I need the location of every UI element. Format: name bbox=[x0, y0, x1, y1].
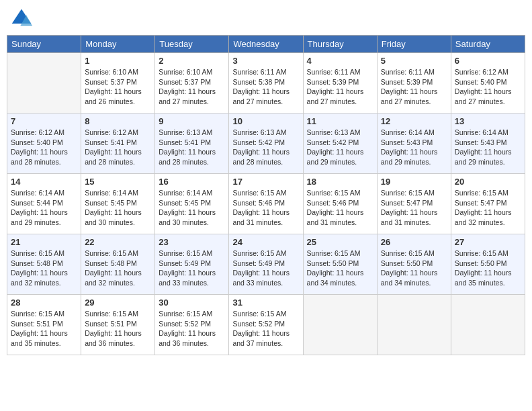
day-info: Sunrise: 6:10 AMSunset: 5:37 PMDaylight:… bbox=[85, 67, 151, 107]
day-info: Sunrise: 6:15 AMSunset: 5:52 PMDaylight:… bbox=[159, 309, 225, 349]
day-number: 17 bbox=[232, 177, 299, 187]
day-number: 5 bbox=[381, 56, 447, 66]
logo-icon bbox=[9, 7, 34, 31]
column-header-wednesday: Wednesday bbox=[229, 36, 303, 53]
day-info: Sunrise: 6:15 AMSunset: 5:46 PMDaylight:… bbox=[307, 188, 373, 228]
calendar-cell: 3Sunrise: 6:11 AMSunset: 5:38 PMDaylight… bbox=[229, 53, 303, 113]
day-info: Sunrise: 6:13 AMSunset: 5:42 PMDaylight:… bbox=[307, 128, 373, 167]
calendar-cell: 9Sunrise: 6:13 AMSunset: 5:41 PMDaylight… bbox=[155, 113, 229, 174]
calendar-cell bbox=[7, 53, 81, 113]
calendar-cell: 16Sunrise: 6:14 AMSunset: 5:45 PMDayligh… bbox=[155, 174, 229, 234]
day-number: 12 bbox=[381, 116, 447, 126]
calendar-week-row: 14Sunrise: 6:14 AMSunset: 5:44 PMDayligh… bbox=[7, 174, 525, 234]
day-number: 21 bbox=[11, 237, 77, 247]
calendar-cell bbox=[451, 295, 525, 355]
logo bbox=[9, 7, 36, 31]
calendar-cell: 25Sunrise: 6:15 AMSunset: 5:50 PMDayligh… bbox=[303, 234, 377, 295]
calendar-cell bbox=[377, 295, 451, 355]
calendar-cell: 4Sunrise: 6:11 AMSunset: 5:39 PMDaylight… bbox=[303, 53, 377, 113]
column-header-thursday: Thursday bbox=[303, 36, 377, 53]
calendar-cell: 31Sunrise: 6:15 AMSunset: 5:52 PMDayligh… bbox=[229, 295, 303, 355]
calendar-cell: 5Sunrise: 6:11 AMSunset: 5:39 PMDaylight… bbox=[377, 53, 451, 113]
day-number: 22 bbox=[85, 237, 151, 247]
day-info: Sunrise: 6:14 AMSunset: 5:45 PMDaylight:… bbox=[85, 188, 151, 228]
day-number: 3 bbox=[232, 56, 299, 66]
day-info: Sunrise: 6:11 AMSunset: 5:39 PMDaylight:… bbox=[381, 67, 447, 107]
day-number: 28 bbox=[11, 298, 77, 308]
calendar-cell: 22Sunrise: 6:15 AMSunset: 5:48 PMDayligh… bbox=[81, 234, 155, 295]
calendar-week-row: 28Sunrise: 6:15 AMSunset: 5:51 PMDayligh… bbox=[7, 295, 525, 355]
column-header-saturday: Saturday bbox=[451, 36, 525, 53]
day-info: Sunrise: 6:14 AMSunset: 5:43 PMDaylight:… bbox=[381, 128, 447, 167]
day-number: 18 bbox=[307, 177, 373, 187]
day-info: Sunrise: 6:12 AMSunset: 5:41 PMDaylight:… bbox=[85, 128, 151, 167]
day-number: 13 bbox=[455, 116, 521, 126]
calendar-cell: 19Sunrise: 6:15 AMSunset: 5:47 PMDayligh… bbox=[377, 174, 451, 234]
calendar-table: SundayMondayTuesdayWednesdayThursdayFrid… bbox=[7, 35, 525, 355]
day-number: 8 bbox=[85, 116, 151, 126]
calendar-cell: 6Sunrise: 6:12 AMSunset: 5:40 PMDaylight… bbox=[451, 53, 525, 113]
day-number: 25 bbox=[307, 237, 373, 247]
day-info: Sunrise: 6:15 AMSunset: 5:51 PMDaylight:… bbox=[85, 309, 151, 349]
calendar-cell: 21Sunrise: 6:15 AMSunset: 5:48 PMDayligh… bbox=[7, 234, 81, 295]
calendar-cell: 17Sunrise: 6:15 AMSunset: 5:46 PMDayligh… bbox=[229, 174, 303, 234]
day-number: 23 bbox=[159, 237, 225, 247]
day-info: Sunrise: 6:15 AMSunset: 5:47 PMDaylight:… bbox=[455, 188, 521, 228]
day-info: Sunrise: 6:15 AMSunset: 5:51 PMDaylight:… bbox=[11, 309, 77, 349]
day-number: 11 bbox=[307, 116, 373, 126]
calendar-cell: 7Sunrise: 6:12 AMSunset: 5:40 PMDaylight… bbox=[7, 113, 81, 174]
calendar-cell: 8Sunrise: 6:12 AMSunset: 5:41 PMDaylight… bbox=[81, 113, 155, 174]
day-number: 7 bbox=[11, 116, 77, 126]
day-number: 6 bbox=[455, 56, 521, 66]
day-number: 15 bbox=[85, 177, 151, 187]
day-number: 1 bbox=[85, 56, 151, 66]
calendar-cell: 11Sunrise: 6:13 AMSunset: 5:42 PMDayligh… bbox=[303, 113, 377, 174]
day-info: Sunrise: 6:14 AMSunset: 5:43 PMDaylight:… bbox=[455, 128, 521, 167]
column-header-tuesday: Tuesday bbox=[155, 36, 229, 53]
day-info: Sunrise: 6:11 AMSunset: 5:39 PMDaylight:… bbox=[307, 67, 373, 107]
column-header-sunday: Sunday bbox=[7, 36, 81, 53]
day-info: Sunrise: 6:15 AMSunset: 5:50 PMDaylight:… bbox=[455, 248, 521, 288]
day-info: Sunrise: 6:13 AMSunset: 5:41 PMDaylight:… bbox=[159, 128, 225, 167]
calendar-cell: 29Sunrise: 6:15 AMSunset: 5:51 PMDayligh… bbox=[81, 295, 155, 355]
day-info: Sunrise: 6:12 AMSunset: 5:40 PMDaylight:… bbox=[455, 67, 521, 107]
calendar-cell: 13Sunrise: 6:14 AMSunset: 5:43 PMDayligh… bbox=[451, 113, 525, 174]
day-number: 10 bbox=[232, 116, 299, 126]
day-number: 20 bbox=[455, 177, 521, 187]
calendar-week-row: 1Sunrise: 6:10 AMSunset: 5:37 PMDaylight… bbox=[7, 53, 525, 113]
calendar-cell: 20Sunrise: 6:15 AMSunset: 5:47 PMDayligh… bbox=[451, 174, 525, 234]
day-info: Sunrise: 6:10 AMSunset: 5:37 PMDaylight:… bbox=[159, 67, 225, 107]
day-number: 16 bbox=[159, 177, 225, 187]
day-info: Sunrise: 6:15 AMSunset: 5:47 PMDaylight:… bbox=[381, 188, 447, 228]
calendar-cell: 26Sunrise: 6:15 AMSunset: 5:50 PMDayligh… bbox=[377, 234, 451, 295]
calendar-week-row: 7Sunrise: 6:12 AMSunset: 5:40 PMDaylight… bbox=[7, 113, 525, 174]
day-number: 4 bbox=[307, 56, 373, 66]
day-number: 30 bbox=[159, 298, 225, 308]
day-info: Sunrise: 6:14 AMSunset: 5:44 PMDaylight:… bbox=[11, 188, 77, 228]
day-info: Sunrise: 6:15 AMSunset: 5:46 PMDaylight:… bbox=[232, 188, 299, 228]
day-info: Sunrise: 6:14 AMSunset: 5:45 PMDaylight:… bbox=[159, 188, 225, 228]
day-number: 27 bbox=[455, 237, 521, 247]
page-header bbox=[7, 7, 525, 31]
day-info: Sunrise: 6:15 AMSunset: 5:49 PMDaylight:… bbox=[159, 248, 225, 288]
calendar-cell: 18Sunrise: 6:15 AMSunset: 5:46 PMDayligh… bbox=[303, 174, 377, 234]
day-number: 2 bbox=[159, 56, 225, 66]
column-header-friday: Friday bbox=[377, 36, 451, 53]
column-header-monday: Monday bbox=[81, 36, 155, 53]
calendar-cell: 24Sunrise: 6:15 AMSunset: 5:49 PMDayligh… bbox=[229, 234, 303, 295]
day-number: 29 bbox=[85, 298, 151, 308]
calendar-week-row: 21Sunrise: 6:15 AMSunset: 5:48 PMDayligh… bbox=[7, 234, 525, 295]
calendar-header-row: SundayMondayTuesdayWednesdayThursdayFrid… bbox=[7, 36, 525, 53]
day-number: 9 bbox=[159, 116, 225, 126]
day-info: Sunrise: 6:15 AMSunset: 5:49 PMDaylight:… bbox=[232, 248, 299, 288]
day-info: Sunrise: 6:15 AMSunset: 5:50 PMDaylight:… bbox=[307, 248, 373, 288]
day-info: Sunrise: 6:12 AMSunset: 5:40 PMDaylight:… bbox=[11, 128, 77, 167]
calendar-cell: 10Sunrise: 6:13 AMSunset: 5:42 PMDayligh… bbox=[229, 113, 303, 174]
day-info: Sunrise: 6:15 AMSunset: 5:52 PMDaylight:… bbox=[232, 309, 299, 349]
day-info: Sunrise: 6:13 AMSunset: 5:42 PMDaylight:… bbox=[232, 128, 299, 167]
calendar-cell: 30Sunrise: 6:15 AMSunset: 5:52 PMDayligh… bbox=[155, 295, 229, 355]
calendar-cell: 15Sunrise: 6:14 AMSunset: 5:45 PMDayligh… bbox=[81, 174, 155, 234]
calendar-cell: 28Sunrise: 6:15 AMSunset: 5:51 PMDayligh… bbox=[7, 295, 81, 355]
calendar-cell bbox=[303, 295, 377, 355]
calendar-cell: 14Sunrise: 6:14 AMSunset: 5:44 PMDayligh… bbox=[7, 174, 81, 234]
